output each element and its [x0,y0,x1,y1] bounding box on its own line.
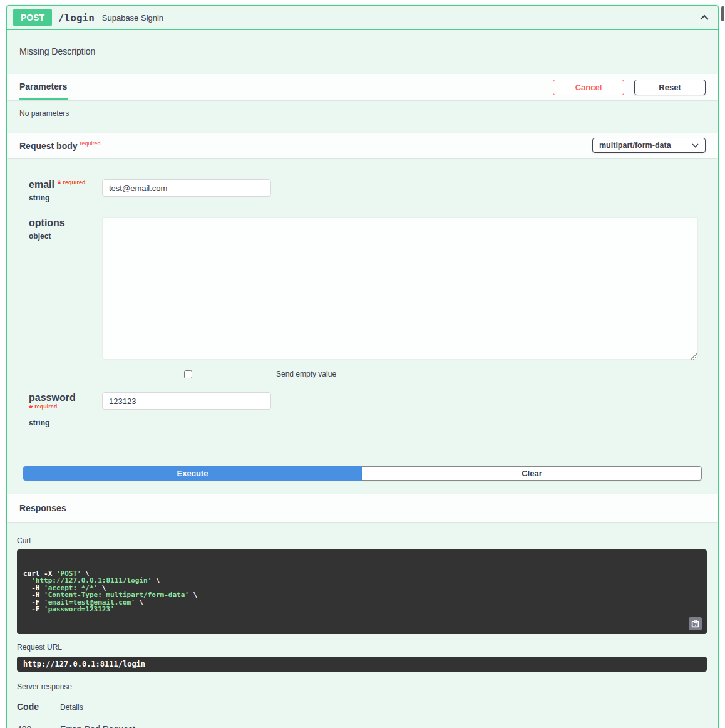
email-required-tag: required [63,179,86,185]
scrollbar-thumb[interactable] [721,6,724,21]
execute-clear-row: Execute Clear [23,466,702,481]
email-field-row: email *required string [29,179,698,202]
send-empty-value-row: Send empty value [29,362,698,378]
curl-command-block: curl -X 'POST' \ 'http://127.0.0.1:8111/… [17,549,707,634]
request-body-required-tag: required [80,140,101,147]
endpoint-description: Supabase Signin [102,13,163,23]
required-asterisk: * [29,404,33,415]
server-response-label: Server response [17,682,707,691]
parameters-section-header: Parameters Cancel Reset [7,74,718,100]
parameters-tab[interactable]: Parameters [19,74,67,100]
code-column-header: Code [17,702,60,712]
error-description: Error: Bad Request [60,724,707,728]
password-field-label: password *required string [29,392,102,427]
email-field-label: email *required string [29,179,102,202]
curl-label: Curl [17,536,31,545]
responses-section-header: Responses [7,494,718,522]
send-empty-value-label: Send empty value [276,370,336,378]
email-field-type: string [29,194,102,202]
send-empty-value-checkbox[interactable] [184,370,192,378]
required-asterisk: * [57,179,61,190]
options-field-type: object [29,232,102,241]
options-field-row: options object [29,217,698,362]
response-row-400: 400 Undocumented Error: Bad Request Resp… [17,724,707,728]
details-column-header: Details [60,703,83,712]
collapse-chevron-up-icon[interactable] [699,14,709,21]
clear-button[interactable]: Clear [362,466,702,481]
copy-to-clipboard-button[interactable] [689,617,702,630]
operation-summary[interactable]: POST /login Supabase Signin [7,6,718,30]
email-input[interactable] [102,179,271,197]
operation-block-post-login: POST /login Supabase Signin Missing Desc… [6,5,719,728]
response-table-header: Code Details [17,702,707,712]
chevron-down-icon [692,143,699,148]
content-type-value: multipart/form-data [599,141,671,150]
request-url-label: Request URL [17,643,707,652]
endpoint-path: /login [58,12,95,24]
operation-missing-description: Missing Description [7,30,718,74]
cancel-button[interactable]: Cancel [553,80,624,95]
status-code: 400 [17,724,60,728]
responses-title: Responses [19,503,66,513]
password-input[interactable] [102,392,271,410]
password-field-row: password *required string [29,392,698,427]
request-body-title: Request bodyrequired [19,140,101,151]
responses-content: Curl curl -X 'POST' \ 'http://127.0.0.1:… [7,522,718,728]
password-required-tag: required [34,403,57,410]
reset-button[interactable]: Reset [634,80,706,95]
no-parameters-text: No parameters [7,100,718,133]
execute-button[interactable]: Execute [23,466,362,481]
content-type-select[interactable]: multipart/form-data [592,138,706,153]
request-body-form: email *required string options object [7,158,718,427]
options-field-label: options object [29,217,102,362]
method-badge: POST [13,9,52,26]
textarea-resize-handle[interactable] [691,353,697,360]
request-body-section-header: Request bodyrequired multipart/form-data [7,133,718,158]
password-field-type: string [29,419,102,427]
options-object-textarea[interactable] [102,217,698,360]
request-url-value: http://127.0.0.1:8111/login [17,657,707,672]
